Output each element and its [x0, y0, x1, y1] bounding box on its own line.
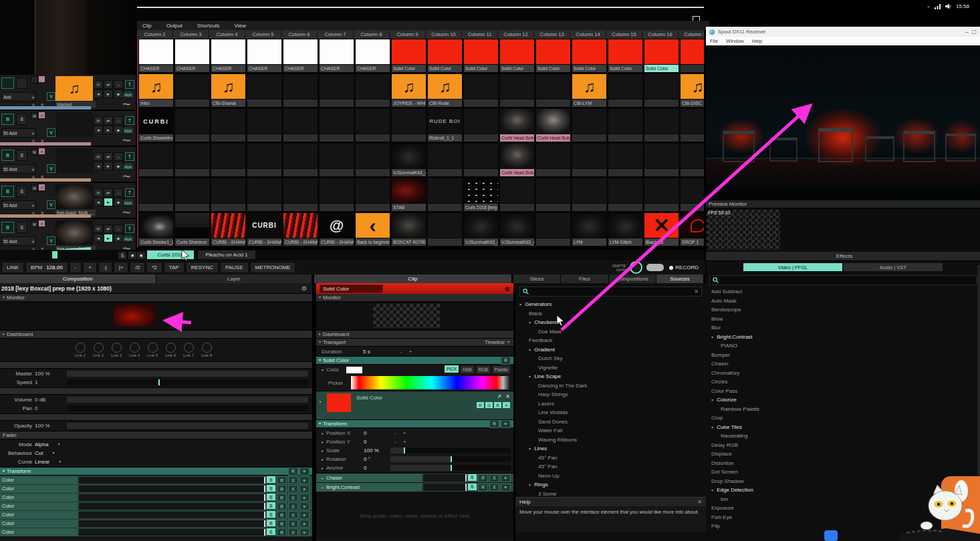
transport-icon[interactable]: ⟳: [94, 188, 103, 197]
color-picker-gradient[interactable]: [351, 376, 509, 389]
clip-cell[interactable]: [680, 178, 704, 212]
tree-item[interactable]: Blow: [711, 315, 980, 324]
column-header[interactable]: Column 5: [245, 30, 281, 39]
expand-arrow-icon[interactable]: ▸: [322, 439, 324, 444]
tree-item[interactable]: Color Pass: [711, 387, 980, 396]
clip-cell[interactable]: ♫CBI-DISC: [680, 73, 704, 108]
tree-item[interactable]: Neon Up: [519, 472, 706, 481]
clip-thumb[interactable]: [536, 144, 570, 168]
clip-cell[interactable]: [174, 108, 211, 143]
clip-cell[interactable]: [608, 108, 644, 143]
toolbar-button-[interactable]: +: [83, 262, 97, 273]
layer-v-button[interactable]: V: [47, 236, 55, 245]
expand-arrow-icon[interactable]: ▸: [322, 476, 324, 480]
clip-param-value[interactable]: 0: [364, 465, 390, 471]
clip-thumb[interactable]: [139, 213, 173, 238]
row-button-≡[interactable]: ≡: [299, 502, 310, 510]
row-button-≡[interactable]: ≡: [501, 474, 511, 482]
smpte-pill[interactable]: [646, 264, 664, 271]
spout-menu-help[interactable]: Help: [752, 38, 762, 44]
clip-cell[interactable]: Solid Color: [499, 39, 535, 73]
layer-blend-dropdown[interactable]: 50 Add▾: [1, 164, 36, 174]
tree-item[interactable]: Waving Ribbons: [519, 435, 706, 445]
sources-search[interactable]: ✕: [519, 287, 702, 297]
volume-icon[interactable]: [945, 3, 952, 9]
clip-thumb[interactable]: [211, 109, 245, 134]
row-button-x[interactable]: X: [489, 474, 499, 482]
clip-thumb[interactable]: [681, 178, 704, 203]
tree-item[interactable]: Rainbow Palette: [711, 405, 980, 414]
color-row-slider[interactable]: [79, 503, 265, 510]
clip-cell[interactable]: Curbi Head Bob (3): [535, 108, 572, 143]
param-minus-button[interactable]: -: [390, 430, 400, 436]
tree-item[interactable]: Bendoscope: [711, 305, 980, 315]
toolbar-button-TAP[interactable]: TAP: [164, 262, 185, 273]
clip-cell[interactable]: [283, 143, 319, 178]
dashboard-knob[interactable]: Link 2: [93, 343, 104, 357]
channel-button-g[interactable]: G: [485, 402, 493, 408]
layer-clip-thumb[interactable]: ♫: [55, 76, 93, 101]
row-button-x[interactable]: X: [288, 528, 298, 536]
clip-thumb[interactable]: [644, 144, 679, 168]
clip-thumb[interactable]: CURBI: [139, 109, 173, 134]
clip-cell[interactable]: [644, 143, 680, 178]
clip-thumb[interactable]: [608, 178, 642, 203]
layer-solo-button[interactable]: [16, 77, 27, 89]
clip-thumb[interactable]: [500, 39, 534, 64]
clip-cell[interactable]: [644, 73, 680, 108]
row-button-x[interactable]: X: [288, 520, 298, 528]
layer-blend-dropdown[interactable]: 50 Add▾: [1, 200, 36, 210]
row-button-≡[interactable]: ≡: [299, 494, 310, 502]
tree-item[interactable]: Blur: [711, 323, 980, 333]
dashboard-knob[interactable]: Link 8: [201, 343, 212, 357]
transport-icon[interactable]: ◄: [94, 162, 103, 170]
clip-thumb[interactable]: [644, 39, 679, 64]
effects-search[interactable]: [709, 275, 977, 285]
clip-thumb[interactable]: [500, 144, 534, 168]
dashboard-knob[interactable]: Link 7: [183, 343, 194, 357]
transport-icon[interactable]: ■: [114, 162, 123, 170]
clip-thumb[interactable]: ✕: [644, 213, 679, 238]
clip-effect-slider[interactable]: [423, 474, 467, 482]
clip-close-icon[interactable]: ⊗: [505, 285, 510, 293]
param-plus-button[interactable]: +: [400, 430, 409, 436]
clip-cell[interactable]: CURBI - SHANAI ...: [283, 212, 319, 247]
clip-cell[interactable]: CHASER: [138, 39, 174, 73]
clip-thumb[interactable]: [681, 213, 704, 238]
tree-item[interactable]: Line Wobble: [519, 408, 706, 417]
clip-cell[interactable]: [535, 73, 572, 108]
expand-arrow-icon[interactable]: ▸: [322, 466, 324, 470]
clip-param-slider[interactable]: [390, 465, 511, 471]
clip-thumb[interactable]: [464, 74, 498, 99]
clip-thumb[interactable]: [175, 109, 209, 134]
dashboard-knob[interactable]: Link 4: [129, 343, 140, 357]
tree-item[interactable]: Chaser: [711, 359, 980, 369]
expand-arrow-icon[interactable]: ▸: [322, 431, 324, 435]
toolbar-button-PAUSE[interactable]: PAUSE: [220, 262, 249, 273]
tray-clock[interactable]: 15:58: [956, 3, 969, 9]
toolbar-button-2[interactable]: *2: [146, 262, 162, 273]
clip-effect-row[interactable]: ▸Bright.ContrastBRX≡: [316, 483, 513, 492]
tree-category[interactable]: ▾ Gradient: [519, 345, 706, 355]
clip-cell[interactable]: ♫CBI-LYM: [572, 73, 608, 108]
channel-button-a[interactable]: A: [503, 402, 510, 408]
clip-thumb[interactable]: ♫: [681, 74, 704, 99]
transport-icon[interactable]: ⟳: [94, 224, 103, 233]
layer-m-button[interactable]: M: [31, 112, 38, 120]
transport-icon[interactable]: ⟳: [94, 80, 103, 89]
clip-cell[interactable]: Curbi Head Bob (1): [499, 143, 535, 178]
clip-thumb[interactable]: [644, 74, 679, 99]
clip-cell[interactable]: CHASER: [247, 39, 283, 73]
clip-thumb[interactable]: [572, 39, 606, 64]
clip-thumb[interactable]: [320, 39, 354, 64]
tree-item[interactable]: Auto Mask: [711, 297, 980, 306]
toolbar-button-2[interactable]: /2: [130, 262, 145, 273]
tab-sources[interactable]: Sources: [656, 275, 704, 283]
common-section-header[interactable]: [0, 362, 312, 369]
row-button-r[interactable]: R: [277, 528, 287, 536]
row-button-≡[interactable]: ≡: [299, 476, 310, 484]
row-button-r[interactable]: R: [277, 511, 287, 519]
tree-category[interactable]: ▾ Rings: [519, 480, 706, 490]
row-button-x[interactable]: X: [288, 485, 298, 493]
clip-name-input[interactable]: Solid Color: [320, 285, 383, 293]
